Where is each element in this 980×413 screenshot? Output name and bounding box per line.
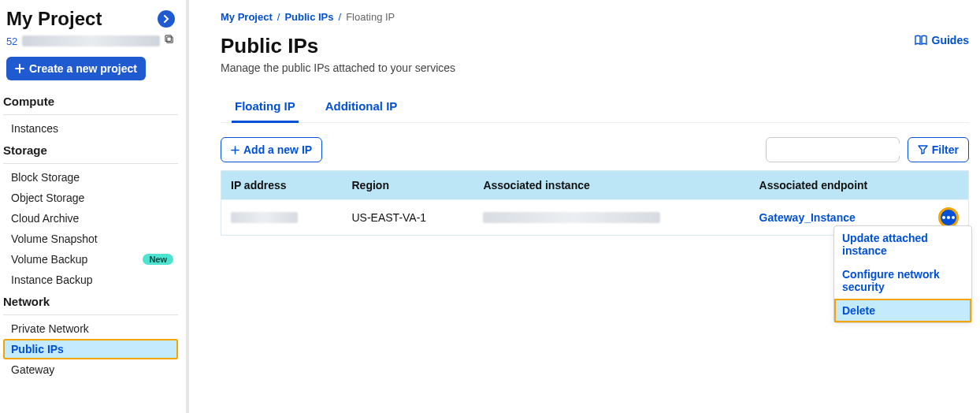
divider xyxy=(3,314,178,315)
create-project-button[interactable]: Create a new project xyxy=(6,57,146,80)
breadcrumb-public-ips[interactable]: Public IPs xyxy=(284,11,333,23)
add-ip-button[interactable]: Add a new IP xyxy=(221,137,322,162)
divider xyxy=(3,163,178,164)
menu-item-update-instance[interactable]: Update attached instance xyxy=(834,226,971,262)
breadcrumb: My Project / Public IPs / Floating IP xyxy=(221,11,969,23)
tab-floating-ip[interactable]: Floating IP xyxy=(232,91,299,123)
sidebar-item-instance-backup[interactable]: Instance Backup xyxy=(3,270,178,290)
project-id-redacted xyxy=(22,35,160,47)
sidebar-item-volume-backup[interactable]: Volume Backup New xyxy=(3,249,178,270)
breadcrumb-current: Floating IP xyxy=(346,11,395,23)
sidebar-section-storage-title: Storage xyxy=(3,139,178,162)
cell-endpoint-link[interactable]: Gateway_Instance xyxy=(759,211,856,224)
chevron-right-icon xyxy=(162,15,170,23)
associated-instance-redacted xyxy=(483,212,660,223)
filter-button[interactable]: Filter xyxy=(908,137,969,162)
th-ip-address[interactable]: IP address xyxy=(221,171,343,200)
add-ip-label: Add a new IP xyxy=(243,143,312,156)
sidebar-item-object-storage[interactable]: Object Storage xyxy=(3,188,178,208)
tabs: Floating IP Additional IP xyxy=(221,91,969,123)
plus-icon xyxy=(15,64,24,73)
copy-project-id-button[interactable] xyxy=(165,35,175,47)
sidebar-item-block-storage[interactable]: Block Storage xyxy=(3,167,178,188)
sidebar-item-private-network[interactable]: Private Network xyxy=(3,318,178,339)
search-input[interactable] xyxy=(773,143,911,156)
th-actions xyxy=(929,171,969,200)
filter-icon xyxy=(918,145,928,154)
sidebar-item-public-ips[interactable]: Public IPs xyxy=(3,339,178,359)
cell-region: US-EAST-VA-1 xyxy=(343,200,474,236)
main-content: My Project / Public IPs / Floating IP Pu… xyxy=(189,0,980,413)
sidebar-item-cloud-archive[interactable]: Cloud Archive xyxy=(3,208,178,229)
divider xyxy=(3,114,178,115)
breadcrumb-separator: / xyxy=(339,11,342,23)
breadcrumb-my-project[interactable]: My Project xyxy=(221,11,273,23)
sidebar-item-volume-snapshot[interactable]: Volume Snapshot xyxy=(3,229,178,249)
sidebar-project-title: My Project xyxy=(6,8,102,30)
ip-address-redacted xyxy=(231,212,298,223)
project-id-row: 52 xyxy=(3,33,178,54)
sidebar-section-compute-title: Compute xyxy=(3,90,178,113)
copy-icon xyxy=(165,35,175,45)
sidebar-item-gateway[interactable]: Gateway xyxy=(3,359,178,380)
row-actions-menu: Update attached instance Configure netwo… xyxy=(833,225,972,323)
collapse-sidebar-button[interactable] xyxy=(158,10,175,28)
page-title: Public IPs xyxy=(221,34,455,58)
sidebar: My Project 52 Create a new project Compu… xyxy=(0,0,189,413)
svg-rect-0 xyxy=(167,37,173,43)
sidebar-item-instances[interactable]: Instances xyxy=(3,118,178,139)
menu-item-delete[interactable]: Delete xyxy=(834,299,971,322)
plus-icon xyxy=(231,146,239,154)
th-associated-endpoint[interactable]: Associated endpoint xyxy=(750,171,929,200)
th-region[interactable]: Region xyxy=(343,171,474,200)
create-project-label: Create a new project xyxy=(29,62,137,75)
project-id-prefix: 52 xyxy=(6,35,17,47)
guides-link[interactable]: Guides xyxy=(915,34,969,47)
tab-additional-ip[interactable]: Additional IP xyxy=(322,91,401,123)
search-input-wrapper[interactable] xyxy=(766,137,900,162)
menu-item-configure-network-security[interactable]: Configure network security xyxy=(834,262,971,299)
new-badge: New xyxy=(143,254,173,265)
filter-label: Filter xyxy=(932,143,959,156)
book-icon xyxy=(915,35,927,46)
svg-rect-1 xyxy=(165,35,171,41)
sidebar-section-network-title: Network xyxy=(3,290,178,313)
guides-label: Guides xyxy=(932,34,969,47)
page-subtitle: Manage the public IPs attached to your s… xyxy=(221,61,455,74)
breadcrumb-separator: / xyxy=(277,11,280,23)
th-associated-instance[interactable]: Associated instance xyxy=(473,171,749,200)
